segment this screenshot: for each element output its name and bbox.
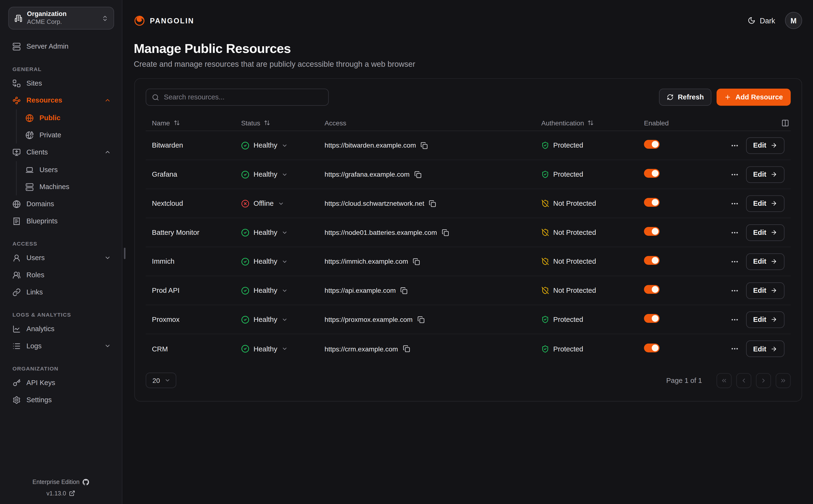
status-dropdown[interactable]: Healthy — [241, 315, 325, 324]
copy-url-button[interactable] — [429, 200, 436, 207]
enabled-toggle[interactable] — [644, 285, 659, 294]
chevron-down-icon — [281, 287, 288, 293]
edit-button[interactable]: Edit — [746, 311, 785, 328]
sidebar-item-label: Sites — [26, 79, 42, 87]
enabled-toggle[interactable] — [644, 256, 659, 265]
sidebar-item-sites[interactable]: Sites — [8, 75, 114, 92]
auth-label: Not Protected — [553, 257, 596, 265]
sidebar-item-private[interactable]: Private — [22, 126, 114, 144]
row-menu-button[interactable] — [730, 141, 739, 149]
search-input[interactable] — [164, 93, 322, 101]
status-dropdown[interactable]: Healthy — [241, 257, 325, 266]
edit-button[interactable]: Edit — [746, 224, 785, 241]
last-page-button[interactable] — [776, 373, 791, 388]
sidebar-item-analytics[interactable]: Analytics — [8, 320, 114, 337]
toolbar: Refresh Add Resource — [146, 89, 791, 106]
edit-button[interactable]: Edit — [746, 253, 785, 270]
theme-label: Dark — [760, 16, 775, 25]
plus-icon — [725, 94, 731, 100]
edit-button[interactable]: Edit — [746, 166, 785, 183]
enabled-toggle[interactable] — [644, 227, 659, 236]
github-icon — [83, 478, 89, 485]
copy-url-button[interactable] — [417, 316, 425, 323]
edit-button[interactable]: Edit — [746, 282, 785, 299]
row-menu-button[interactable] — [730, 228, 739, 237]
table-row: NextcloudOfflinehttps://cloud.schwartzne… — [146, 189, 791, 218]
sidebar-item-client-users[interactable]: Users — [22, 161, 114, 178]
link-icon — [12, 288, 21, 296]
sidebar-footer: Enterprise Edition v1.13.0 — [0, 476, 122, 499]
resources-card: Refresh Add Resource Name Status Access … — [134, 78, 802, 401]
resource-name: Nextcloud — [152, 200, 241, 207]
sidebar-item-api-keys[interactable]: API Keys — [8, 374, 114, 391]
prev-page-button[interactable] — [736, 373, 751, 388]
section-label-general: GENERAL — [12, 66, 114, 72]
sidebar-item-server-admin[interactable]: Server Admin — [8, 38, 114, 55]
row-menu-button[interactable] — [730, 170, 739, 179]
columns-icon[interactable] — [781, 119, 789, 127]
row-menu-button[interactable] — [730, 315, 739, 324]
sidebar-item-label: Analytics — [26, 325, 54, 333]
sidebar-item-label: Links — [26, 288, 43, 296]
copy-url-button[interactable] — [400, 287, 408, 294]
edition-link[interactable]: Enterprise Edition — [0, 476, 122, 488]
enabled-toggle[interactable] — [644, 314, 659, 323]
avatar[interactable]: M — [785, 12, 802, 29]
copy-url-button[interactable] — [403, 345, 410, 352]
refresh-button[interactable]: Refresh — [659, 89, 712, 106]
sidebar-item-links[interactable]: Links — [8, 283, 114, 301]
enabled-toggle[interactable] — [644, 198, 659, 207]
edit-button[interactable]: Edit — [746, 137, 785, 154]
edit-label: Edit — [753, 170, 766, 178]
status-dropdown[interactable]: Offline — [241, 199, 325, 208]
org-switcher[interactable]: Organization ACME Corp. — [8, 7, 114, 30]
enabled-toggle[interactable] — [644, 169, 659, 178]
enabled-toggle[interactable] — [644, 140, 659, 149]
status-dropdown[interactable]: Healthy — [241, 170, 325, 179]
copy-url-button[interactable] — [415, 171, 422, 178]
monitor-up-icon — [12, 148, 21, 156]
copy-url-button[interactable] — [442, 229, 449, 236]
sidebar-item-logs[interactable]: Logs — [8, 337, 114, 355]
enabled-toggle[interactable] — [644, 343, 659, 352]
sort-icon[interactable] — [173, 120, 180, 126]
status-dropdown[interactable]: Healthy — [241, 228, 325, 237]
auth-label: Not Protected — [553, 287, 596, 294]
sidebar-item-blueprints[interactable]: Blueprints — [8, 212, 114, 230]
sidebar-item-roles[interactable]: Roles — [8, 266, 114, 283]
row-menu-button[interactable] — [730, 257, 739, 266]
copy-url-button[interactable] — [413, 258, 420, 265]
sidebar-item-machines[interactable]: Machines — [22, 178, 114, 195]
circle-check-icon — [241, 257, 249, 266]
edit-button[interactable]: Edit — [746, 195, 785, 212]
sidebar-item-clients[interactable]: Clients — [8, 144, 114, 161]
next-page-button[interactable] — [756, 373, 771, 388]
chevron-up-icon — [104, 149, 111, 155]
sort-icon[interactable] — [264, 120, 270, 126]
copy-url-button[interactable] — [421, 142, 428, 149]
first-page-button[interactable] — [717, 373, 732, 388]
row-menu-button[interactable] — [730, 286, 739, 295]
sort-icon[interactable] — [588, 120, 594, 126]
chevron-down-icon — [281, 142, 288, 149]
status-dropdown[interactable]: Healthy — [241, 141, 325, 149]
theme-toggle[interactable]: Dark — [748, 16, 775, 25]
shield-check-icon — [541, 316, 549, 324]
row-menu-button[interactable] — [730, 199, 739, 208]
chevron-down-icon — [104, 254, 111, 261]
status-dropdown[interactable]: Healthy — [241, 286, 325, 295]
sidebar-item-users[interactable]: Users — [8, 249, 114, 266]
table-body: BitwardenHealthyhttps://bitwarden.exampl… — [146, 131, 791, 363]
sidebar-item-public[interactable]: Public — [22, 109, 114, 127]
status-dropdown[interactable]: Healthy — [241, 345, 325, 353]
sidebar-resize-handle[interactable] — [124, 248, 125, 259]
row-menu-button[interactable] — [730, 345, 739, 353]
status-label: Offline — [253, 200, 274, 207]
sidebar-item-domains[interactable]: Domains — [8, 195, 114, 212]
page-size-select[interactable]: 20 — [146, 373, 176, 388]
add-resource-button[interactable]: Add Resource — [717, 89, 791, 106]
version-link[interactable]: v1.13.0 — [0, 488, 122, 499]
sidebar-item-settings[interactable]: Settings — [8, 391, 114, 408]
edit-button[interactable]: Edit — [746, 340, 785, 357]
sidebar-item-resources[interactable]: Resources — [8, 92, 114, 109]
